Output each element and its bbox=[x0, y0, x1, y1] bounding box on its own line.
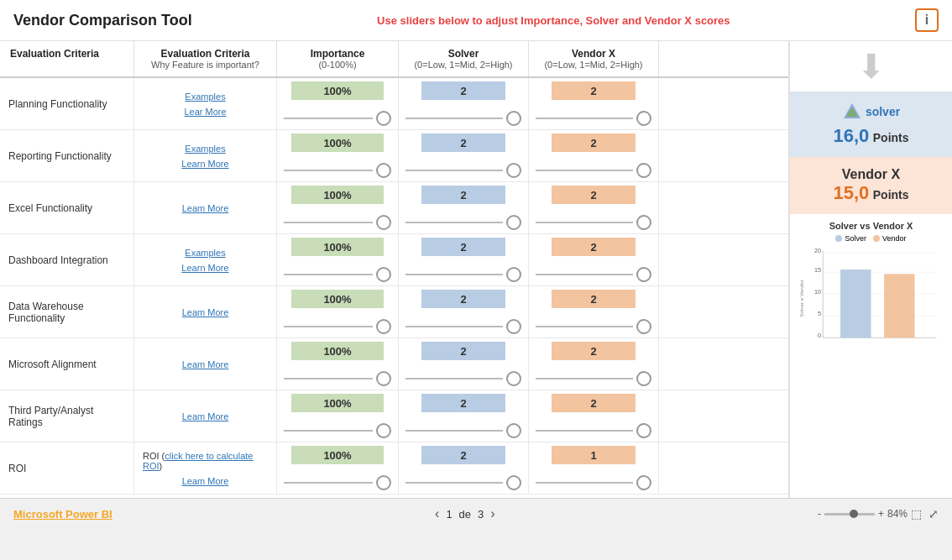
importance-slider[interactable] bbox=[284, 215, 391, 230]
table-row: Excel Functionality Leam More 100% 2 2 bbox=[0, 182, 788, 234]
importance-slider[interactable] bbox=[284, 267, 391, 282]
solver-slider[interactable] bbox=[405, 319, 521, 334]
slider-thumb[interactable] bbox=[506, 475, 521, 490]
powerbi-link[interactable]: Microsoft Power BI bbox=[13, 508, 112, 521]
slider-thumb[interactable] bbox=[376, 267, 391, 282]
slider-thumb[interactable] bbox=[506, 163, 521, 178]
slider-thumb[interactable] bbox=[636, 163, 651, 178]
learn-more-link[interactable]: Leam More bbox=[182, 307, 229, 317]
solver-slider[interactable] bbox=[405, 163, 521, 178]
importance-slider[interactable] bbox=[284, 163, 391, 178]
vendor-slider[interactable] bbox=[536, 215, 651, 230]
learn-more-link[interactable]: Lear More bbox=[184, 107, 226, 117]
importance-bar: 100% bbox=[291, 290, 384, 308]
slider-line bbox=[284, 170, 373, 171]
solver-cell: 2 bbox=[399, 338, 529, 390]
vendor-slider[interactable] bbox=[536, 319, 651, 334]
slider-thumb[interactable] bbox=[376, 111, 391, 126]
importance-slider[interactable] bbox=[284, 111, 391, 126]
importance-slider[interactable] bbox=[284, 423, 391, 438]
importance-bar: 100% bbox=[291, 81, 384, 100]
slider-thumb[interactable] bbox=[506, 319, 521, 334]
vendor-slider[interactable] bbox=[536, 423, 651, 438]
solver-slider[interactable] bbox=[405, 215, 521, 230]
vendor-slider[interactable] bbox=[536, 371, 651, 386]
slider-thumb[interactable] bbox=[376, 423, 391, 438]
zoom-plus[interactable]: + bbox=[878, 508, 884, 520]
links-cell: ExamplesLear More bbox=[134, 78, 277, 129]
slider-thumb[interactable] bbox=[636, 319, 651, 334]
slider-line bbox=[405, 222, 503, 223]
examples-link[interactable]: Examples bbox=[185, 92, 225, 102]
solver-slider[interactable] bbox=[405, 267, 521, 282]
slider-thumb[interactable] bbox=[376, 371, 391, 386]
slider-thumb[interactable] bbox=[636, 423, 651, 438]
slider-thumb[interactable] bbox=[636, 475, 651, 490]
slider-line bbox=[284, 378, 373, 379]
slider-thumb[interactable] bbox=[636, 215, 651, 230]
next-page-button[interactable]: › bbox=[490, 506, 494, 521]
solver-slider[interactable] bbox=[405, 475, 521, 490]
solver-slider[interactable] bbox=[405, 423, 521, 438]
slider-line bbox=[536, 170, 633, 171]
solver-cell: 2 bbox=[399, 390, 529, 442]
vendor-cell: 2 bbox=[529, 286, 659, 338]
slider-thumb[interactable] bbox=[636, 111, 651, 126]
examples-link[interactable]: Examples bbox=[185, 248, 225, 258]
slider-line bbox=[536, 326, 633, 327]
table-row: Dashboard Integration ExamplesLearn More… bbox=[0, 234, 788, 286]
solver-cell: 2 bbox=[399, 234, 529, 285]
importance-slider[interactable] bbox=[284, 475, 391, 490]
examples-link[interactable]: Examples bbox=[185, 144, 225, 154]
zoom-minus[interactable]: - bbox=[818, 508, 821, 520]
slider-thumb[interactable] bbox=[376, 163, 391, 178]
solver-slider[interactable] bbox=[405, 371, 521, 386]
slider-thumb[interactable] bbox=[636, 371, 651, 386]
slider-line bbox=[284, 222, 373, 223]
slider-thumb[interactable] bbox=[506, 111, 521, 126]
learn-more-link[interactable]: Leam More bbox=[182, 411, 229, 421]
table-row: Third Party/Analyst Ratings Leam More 10… bbox=[0, 390, 788, 442]
info-icon[interactable]: i bbox=[915, 8, 939, 32]
roi-link[interactable]: click here to calculate ROI bbox=[143, 451, 253, 471]
vendor-cell: 2 bbox=[529, 130, 659, 181]
vendor-value-bar: 2 bbox=[552, 394, 636, 412]
vendor-slider[interactable] bbox=[536, 111, 651, 126]
slider-thumb[interactable] bbox=[506, 423, 521, 438]
fullscreen-icon[interactable]: ⤢ bbox=[928, 507, 939, 521]
solver-cell: 2 bbox=[399, 78, 529, 129]
zoom-slider[interactable] bbox=[824, 513, 875, 516]
slider-thumb[interactable] bbox=[636, 267, 651, 282]
importance-cell: 100% bbox=[277, 286, 399, 338]
share-icon[interactable]: ⬚ bbox=[911, 507, 922, 521]
links-cell: ExamplesLearn More bbox=[134, 234, 277, 285]
slider-thumb[interactable] bbox=[376, 319, 391, 334]
legend-solver: Solver bbox=[835, 234, 866, 243]
learn-more-link[interactable]: Leam More bbox=[182, 203, 229, 213]
slider-thumb[interactable] bbox=[506, 267, 521, 282]
prev-page-button[interactable]: ‹ bbox=[435, 506, 439, 521]
links-cell: Leam More bbox=[134, 338, 277, 390]
vendor-value-bar: 1 bbox=[552, 446, 636, 464]
vendor-slider[interactable] bbox=[536, 163, 651, 178]
slider-thumb[interactable] bbox=[376, 215, 391, 230]
importance-slider[interactable] bbox=[284, 371, 391, 386]
slider-thumb[interactable] bbox=[506, 371, 521, 386]
vendor-bar bbox=[884, 274, 914, 338]
importance-slider[interactable] bbox=[284, 319, 391, 334]
vendor-slider[interactable] bbox=[536, 267, 651, 282]
criteria-name-cell: Dashboard Integration bbox=[0, 234, 134, 285]
slider-thumb[interactable] bbox=[506, 215, 521, 230]
learn-more-link[interactable]: Leam More bbox=[182, 476, 229, 486]
vendor-value-bar: 2 bbox=[552, 81, 636, 100]
solver-slider[interactable] bbox=[405, 111, 521, 126]
slider-line bbox=[405, 118, 503, 119]
table-row: Planning Functionality ExamplesLear More… bbox=[0, 78, 788, 130]
learn-more-link[interactable]: Learn More bbox=[181, 263, 228, 273]
slider-thumb[interactable] bbox=[376, 475, 391, 490]
page-title: Vendor Comparison Tool bbox=[13, 12, 192, 29]
learn-more-link[interactable]: Learn More bbox=[181, 159, 228, 169]
vendor-slider[interactable] bbox=[536, 475, 651, 490]
learn-more-link[interactable]: Leam More bbox=[182, 359, 229, 369]
criteria-name: Reporting Functionality bbox=[8, 150, 125, 162]
